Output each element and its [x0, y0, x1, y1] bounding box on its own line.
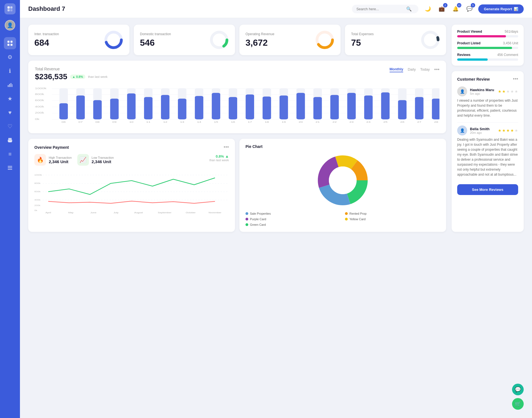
generate-report-button[interactable]: Generate Report 📊	[478, 4, 524, 14]
sidebar: 👤 ⚙ ℹ ★ ♥ ♡ ≡	[0, 0, 20, 418]
sidebar-item-heart2[interactable]: ♡	[4, 120, 16, 132]
metric-row-reviews: Reviews 456 Comment	[457, 53, 518, 61]
svg-text:400k: 400k	[34, 199, 40, 201]
svg-text:800k: 800k	[34, 182, 40, 184]
wallet-icon-btn[interactable]: 💼 2	[437, 4, 447, 14]
svg-text:24: 24	[366, 121, 370, 123]
bar-chart-svg: 1000k 800k 600k 400k 200k 0k	[35, 86, 439, 127]
customer-review-card: Customer Review ••• 👤 Hawkins Maru 5m ag…	[452, 71, 524, 232]
legend-item-yellow: Yellow Card	[345, 217, 440, 221]
low-transaction-label: Low Transaction	[92, 156, 114, 159]
stat-card-info-3: Operating Revenue 3,672	[245, 32, 274, 48]
dark-mode-toggle[interactable]: 🌙	[423, 4, 433, 14]
sidebar-item-list[interactable]	[4, 162, 16, 174]
payment-title: Overview Payment	[34, 145, 69, 150]
sidebar-item-menu[interactable]: ≡	[4, 148, 16, 160]
donut-chart-3	[315, 30, 334, 50]
sidebar-item-analytics[interactable]	[4, 79, 16, 91]
svg-text:August: August	[134, 211, 143, 214]
pie-legend: Sale Properties Rented Prop Purple Card	[245, 212, 440, 226]
payment-change-pct: 0.8%	[216, 154, 224, 158]
svg-text:10: 10	[129, 121, 133, 123]
sidebar-logo[interactable]	[4, 3, 16, 14]
svg-text:16: 16	[231, 121, 235, 123]
svg-text:19: 19	[282, 121, 286, 123]
metric-bar-reviews	[457, 58, 518, 61]
star-1-5: ★	[515, 89, 518, 94]
svg-rect-84	[313, 97, 322, 119]
tab-monthly[interactable]: Monthly	[390, 67, 403, 72]
svg-point-131	[329, 166, 357, 194]
reviewer-name-2: Bella Smith	[470, 127, 490, 131]
revenue-more-button[interactable]: •••	[434, 67, 439, 73]
metric-label-product-viewed: Product Viewed	[457, 30, 482, 34]
star-1-2: ★	[502, 89, 506, 94]
svg-text:600k: 600k	[35, 99, 44, 102]
stat-card-operating-revenue: Operating Revenue 3,672	[239, 25, 341, 55]
legend-item-sale: Sale Properties	[245, 212, 341, 215]
bell-icon-btn[interactable]: 🔔 12	[451, 4, 461, 14]
svg-rect-102	[415, 97, 424, 119]
sidebar-item-print[interactable]	[4, 134, 16, 146]
high-transaction-icon: 🔥	[34, 154, 46, 166]
payment-change: 0.8% ▲ than last week	[209, 154, 229, 166]
svg-rect-72	[246, 94, 254, 119]
svg-text:23: 23	[349, 121, 354, 123]
svg-rect-3	[10, 9, 12, 11]
revenue-change-badge: ▲ 0.8%	[70, 75, 85, 79]
reviews-more-button[interactable]: •••	[513, 76, 518, 82]
see-more-reviews-button[interactable]: See More Reviews	[457, 184, 518, 195]
right-column: Product Viewed 561/days Product Listed 3…	[452, 25, 524, 232]
star-1-3: ★	[506, 89, 510, 94]
search-icon: 🔍	[406, 6, 412, 12]
metrics-card: Product Viewed 561/days Product Listed 3…	[452, 25, 524, 66]
revenue-chart-left: Total Revenue $236,535 ▲ 0.8% than last …	[35, 67, 108, 81]
svg-text:1000k: 1000k	[35, 87, 47, 90]
sidebar-item-star[interactable]: ★	[4, 93, 16, 105]
svg-text:17: 17	[248, 121, 252, 123]
svg-rect-42	[76, 96, 85, 119]
svg-rect-16	[8, 168, 12, 168]
tab-today[interactable]: Today	[420, 67, 430, 72]
fab-support[interactable]: 💬	[512, 384, 524, 395]
svg-text:11: 11	[146, 121, 150, 123]
review-stars-1: ★ ★ ★ ★ ★	[498, 89, 518, 94]
star-1-1: ★	[498, 89, 502, 94]
sidebar-item-dashboard[interactable]	[4, 37, 16, 49]
chat-icon-btn[interactable]: 💬 5	[464, 4, 474, 14]
sidebar-item-info[interactable]: ℹ	[4, 65, 16, 77]
search-bar[interactable]: 🔍	[352, 5, 418, 13]
stat-card-total-expenses: Total Expenses 75	[345, 25, 446, 55]
metric-row-product-listed: Product Listed 3,456 Unit	[457, 41, 518, 49]
review-info-1: Hawkins Maru 5m ago	[470, 88, 494, 95]
review-item-2: 👤 Bella Smith 20m ago ★ ★ ★ ★ ★	[457, 125, 518, 177]
sidebar-item-settings[interactable]: ⚙	[4, 51, 16, 63]
search-input[interactable]	[356, 7, 406, 11]
user-avatar[interactable]: 👤	[5, 20, 15, 30]
svg-text:07: 07	[78, 121, 83, 123]
high-transaction-value: 2,346 Unit	[49, 159, 72, 164]
review-divider	[457, 122, 518, 123]
svg-text:26: 26	[400, 121, 404, 123]
svg-rect-75	[263, 96, 271, 119]
header: Dashboard 7 🔍 🌙 💼 2 🔔 12 💬 5 Generate Re…	[20, 0, 532, 18]
svg-text:400k: 400k	[35, 105, 44, 108]
payment-more-button[interactable]: •••	[224, 144, 229, 150]
svg-text:28: 28	[434, 121, 438, 123]
tab-daily[interactable]: Daily	[408, 67, 416, 72]
svg-text:May: May	[68, 211, 73, 214]
metric-fill-product-listed	[457, 47, 512, 49]
arrow-up-icon: ▲	[72, 75, 75, 78]
review-time-2: 20m ago	[470, 131, 490, 134]
sidebar-item-heart[interactable]: ♥	[4, 106, 16, 119]
svg-rect-10	[11, 83, 11, 87]
legend-dot-green	[245, 223, 248, 226]
revenue-chart-header: Total Revenue $236,535 ▲ 0.8% than last …	[35, 67, 439, 81]
svg-rect-39	[59, 103, 68, 119]
metric-fill-product-viewed	[457, 35, 506, 37]
svg-text:July: July	[114, 211, 119, 214]
legend-item-rented: Rented Prop	[345, 212, 440, 215]
fab-cart[interactable]: 🛒	[512, 398, 524, 410]
chat-badge: 5	[471, 3, 475, 7]
stat-card-label-1: Inter. transaction	[34, 32, 59, 36]
